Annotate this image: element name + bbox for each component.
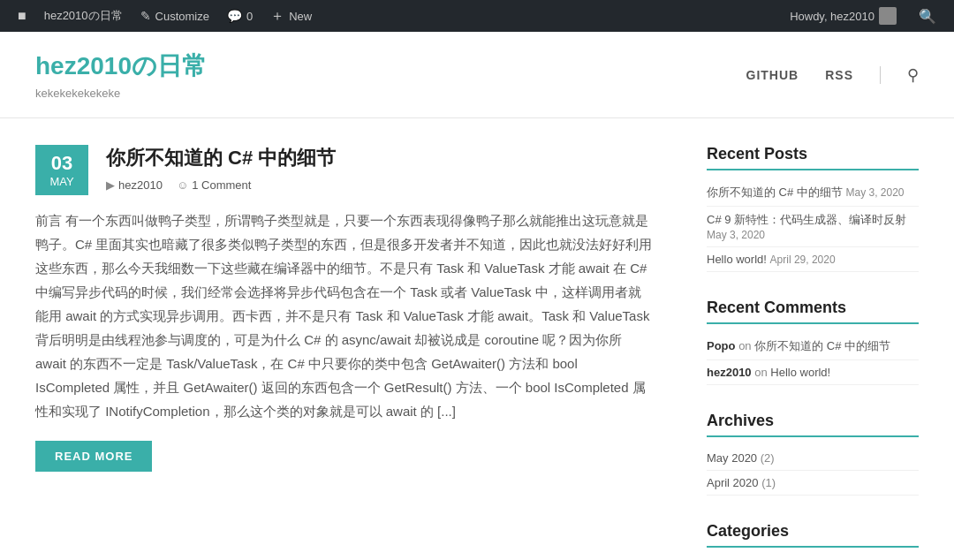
- post-author-meta: ▶ hez2010: [106, 178, 163, 192]
- comment-1-post-link[interactable]: 你所不知道的 C# 中的细节: [754, 339, 890, 352]
- post-title[interactable]: 你所不知道的 C# 中的细节: [106, 145, 336, 171]
- post-title-area: 你所不知道的 C# 中的细节 ▶ hez2010 ☺ 1 Comment: [106, 145, 336, 192]
- read-more-button[interactable]: READ MORE: [35, 441, 152, 472]
- main-wrapper: 03 May 你所不知道的 C# 中的细节 ▶ hez2010 ☺ 1 Comm…: [0, 118, 954, 560]
- nav-divider: [880, 66, 881, 84]
- site-title[interactable]: hez2010の日常: [35, 49, 207, 83]
- recent-post-3: Hello world! April 29, 2020: [707, 247, 919, 272]
- comments-button[interactable]: 💬 0: [218, 0, 261, 32]
- admin-search-button[interactable]: 🔍: [910, 8, 945, 25]
- comment-2-author: hez2010: [707, 366, 752, 379]
- post-header: 03 May 你所不知道的 C# 中的细节 ▶ hez2010 ☺ 1 Comm…: [35, 145, 654, 195]
- archive-2-count: (1): [761, 476, 776, 489]
- avatar: [879, 7, 897, 25]
- comment-1-on: on: [738, 339, 754, 352]
- comment-2-post-link[interactable]: Hello world!: [770, 366, 830, 379]
- post-comment-count[interactable]: 1 Comment: [192, 178, 251, 192]
- howdy-button[interactable]: Howdy, hez2010: [781, 7, 905, 25]
- post-date-box: 03 May: [35, 145, 88, 195]
- recent-posts-widget: Recent Posts 你所不知道的 C# 中的细节 May 3, 2020 …: [707, 145, 919, 272]
- post-author[interactable]: hez2010: [118, 178, 163, 192]
- content-area: 03 May 你所不知道的 C# 中的细节 ▶ hez2010 ☺ 1 Comm…: [35, 145, 654, 560]
- howdy-text: Howdy, hez2010: [790, 10, 874, 23]
- recent-post-1-link[interactable]: 你所不知道的 C# 中的细节: [707, 185, 843, 199]
- sidebar: Recent Posts 你所不知道的 C# 中的细节 May 3, 2020 …: [707, 145, 919, 560]
- user-icon: ▶: [106, 178, 115, 192]
- archive-2: April 2020 (1): [707, 471, 919, 496]
- recent-post-3-link[interactable]: Hello world!: [707, 253, 767, 266]
- recent-comment-2: hez2010 on Hello world!: [707, 360, 919, 385]
- archive-2-link[interactable]: April 2020: [707, 476, 759, 489]
- nav-github[interactable]: GITHUB: [746, 68, 799, 82]
- post-meta: ▶ hez2010 ☺ 1 Comment: [106, 178, 336, 192]
- archives-title: Archives: [707, 412, 919, 437]
- archive-1-link[interactable]: May 2020: [707, 451, 757, 465]
- site-nav: GITHUB RSS ⚲: [746, 65, 919, 85]
- recent-posts-title: Recent Posts: [707, 145, 919, 170]
- wp-icon: ■: [18, 8, 26, 24]
- site-name-button[interactable]: hez2010の日常: [35, 0, 132, 32]
- recent-post-3-date: April 29, 2020: [770, 254, 836, 266]
- comment-2-on: on: [754, 366, 770, 379]
- recent-posts-list: 你所不知道的 C# 中的细节 May 3, 2020 C# 9 新特性：代码生成…: [707, 179, 919, 272]
- site-branding: hez2010の日常 kekekekekekeke: [35, 49, 207, 100]
- post-comments-meta: ☺ 1 Comment: [177, 178, 251, 192]
- admin-bar: ■ hez2010の日常 ✎ Customize 💬 0 ＋ New Howdy…: [0, 0, 954, 32]
- archives-list: May 2020 (2) April 2020 (1): [707, 446, 919, 496]
- recent-comments-title: Recent Comments: [707, 299, 919, 324]
- recent-post-2: C# 9 新特性：代码生成器、编译时反射 May 3, 2020: [707, 207, 919, 247]
- recent-post-1: 你所不知道的 C# 中的细节 May 3, 2020: [707, 179, 919, 207]
- categories-widget: Categories: [707, 522, 919, 548]
- recent-post-2-date: May 3, 2020: [707, 229, 765, 241]
- plus-icon: ＋: [270, 7, 284, 26]
- post-date-day: 03: [48, 152, 76, 175]
- post-content: 前言 有一个东西叫做鸭子类型，所谓鸭子类型就是，只要一个东西表现得像鸭子那么就能…: [35, 208, 654, 423]
- comment-1-author: Popo: [707, 339, 736, 352]
- search-icon[interactable]: ⚲: [907, 65, 919, 85]
- recent-post-2-link[interactable]: C# 9 新特性：代码生成器、编译时反射: [707, 213, 906, 226]
- archive-1: May 2020 (2): [707, 446, 919, 471]
- archives-widget: Archives May 2020 (2) April 2020 (1): [707, 412, 919, 496]
- recent-comment-1: Popo on 你所不知道的 C# 中的细节: [707, 333, 919, 360]
- admin-site-title: hez2010の日常: [44, 8, 123, 24]
- recent-comments-list: Popo on 你所不知道的 C# 中的细节 hez2010 on Hello …: [707, 333, 919, 385]
- post-date-month: May: [48, 175, 76, 188]
- new-label: New: [289, 10, 312, 23]
- post-article: 03 May 你所不知道的 C# 中的细节 ▶ hez2010 ☺ 1 Comm…: [35, 145, 654, 472]
- admin-search-icon: 🔍: [919, 8, 936, 25]
- recent-post-1-date: May 3, 2020: [845, 186, 904, 199]
- admin-bar-right: Howdy, hez2010 🔍: [781, 7, 945, 25]
- comment-bubble-icon: ☺: [177, 178, 188, 192]
- new-content-button[interactable]: ＋ New: [261, 0, 321, 32]
- nav-rss[interactable]: RSS: [825, 68, 853, 82]
- site-header: hez2010の日常 kekekekekekeke GITHUB RSS ⚲: [0, 32, 954, 118]
- customize-button[interactable]: ✎ Customize: [132, 0, 218, 32]
- customize-label: Customize: [155, 10, 209, 23]
- comment-icon: 💬: [227, 9, 242, 23]
- recent-comments-widget: Recent Comments Popo on 你所不知道的 C# 中的细节 h…: [707, 299, 919, 385]
- wp-logo-button[interactable]: ■: [9, 0, 35, 32]
- categories-title: Categories: [707, 522, 919, 548]
- site-tagline: kekekekekekeke: [35, 87, 207, 100]
- pencil-icon: ✎: [140, 9, 151, 23]
- archive-1-count: (2): [761, 451, 775, 465]
- comments-count: 0: [246, 10, 253, 23]
